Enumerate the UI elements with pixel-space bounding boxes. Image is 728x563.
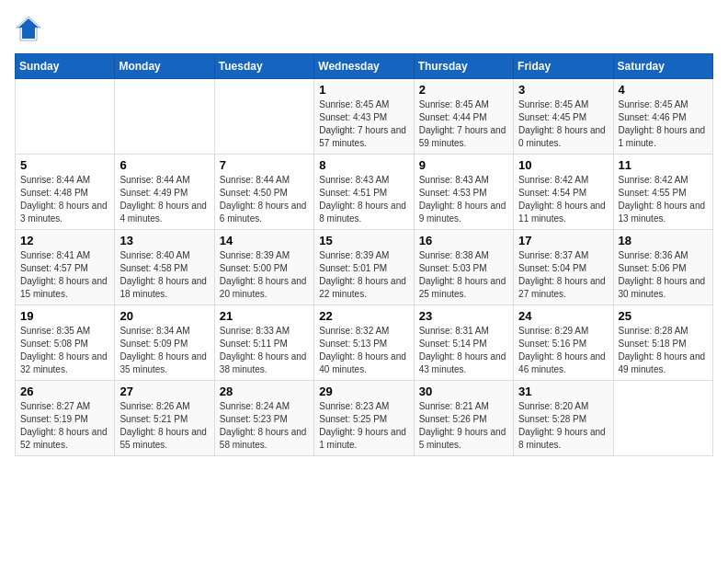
week-row-2: 5Sunrise: 8:44 AM Sunset: 4:48 PM Daylig… bbox=[16, 155, 713, 230]
week-row-1: 1Sunrise: 8:45 AM Sunset: 4:43 PM Daylig… bbox=[16, 79, 713, 155]
calendar-cell: 4Sunrise: 8:45 AM Sunset: 4:46 PM Daylig… bbox=[613, 79, 712, 155]
day-info: Sunrise: 8:40 AM Sunset: 4:58 PM Dayligh… bbox=[119, 249, 209, 301]
calendar-cell: 23Sunrise: 8:31 AM Sunset: 5:14 PM Dayli… bbox=[414, 305, 513, 381]
day-number: 4 bbox=[619, 83, 708, 97]
day-number: 25 bbox=[619, 309, 708, 323]
day-info: Sunrise: 8:39 AM Sunset: 5:00 PM Dayligh… bbox=[220, 249, 309, 301]
calendar-cell: 1Sunrise: 8:45 AM Sunset: 4:43 PM Daylig… bbox=[314, 79, 414, 155]
day-info: Sunrise: 8:21 AM Sunset: 5:26 PM Dayligh… bbox=[419, 400, 508, 452]
day-info: Sunrise: 8:27 AM Sunset: 5:19 PM Dayligh… bbox=[20, 400, 109, 452]
day-info: Sunrise: 8:45 AM Sunset: 4:46 PM Dayligh… bbox=[619, 98, 708, 150]
day-number: 7 bbox=[220, 158, 309, 172]
weekday-header-sunday: Sunday bbox=[16, 54, 115, 79]
day-number: 24 bbox=[518, 309, 608, 323]
day-info: Sunrise: 8:43 AM Sunset: 4:51 PM Dayligh… bbox=[319, 174, 408, 225]
day-number: 13 bbox=[119, 234, 209, 247]
calendar-table: SundayMondayTuesdayWednesdayThursdayFrid… bbox=[15, 53, 713, 456]
calendar-cell: 27Sunrise: 8:26 AM Sunset: 5:21 PM Dayli… bbox=[115, 381, 214, 456]
day-info: Sunrise: 8:35 AM Sunset: 5:08 PM Dayligh… bbox=[20, 325, 109, 376]
day-number: 3 bbox=[518, 83, 608, 97]
day-number: 20 bbox=[119, 309, 209, 323]
day-info: Sunrise: 8:28 AM Sunset: 5:18 PM Dayligh… bbox=[619, 325, 708, 376]
calendar-cell: 3Sunrise: 8:45 AM Sunset: 4:45 PM Daylig… bbox=[514, 79, 613, 155]
calendar-cell: 2Sunrise: 8:45 AM Sunset: 4:44 PM Daylig… bbox=[414, 79, 513, 155]
day-info: Sunrise: 8:44 AM Sunset: 4:49 PM Dayligh… bbox=[119, 174, 209, 225]
day-number: 15 bbox=[319, 234, 408, 247]
day-number: 18 bbox=[619, 234, 708, 247]
day-info: Sunrise: 8:34 AM Sunset: 5:09 PM Dayligh… bbox=[119, 325, 209, 376]
calendar-cell: 12Sunrise: 8:41 AM Sunset: 4:57 PM Dayli… bbox=[16, 230, 115, 305]
day-info: Sunrise: 8:42 AM Sunset: 4:54 PM Dayligh… bbox=[518, 174, 608, 225]
svg-marker-0 bbox=[18, 18, 39, 39]
calendar-cell: 7Sunrise: 8:44 AM Sunset: 4:50 PM Daylig… bbox=[214, 155, 313, 230]
weekday-header-row: SundayMondayTuesdayWednesdayThursdayFrid… bbox=[16, 54, 713, 79]
day-number: 6 bbox=[119, 158, 209, 172]
day-info: Sunrise: 8:24 AM Sunset: 5:23 PM Dayligh… bbox=[220, 400, 309, 452]
weekday-header-thursday: Thursday bbox=[414, 54, 513, 79]
day-number: 28 bbox=[220, 385, 309, 398]
day-number: 1 bbox=[319, 83, 408, 97]
day-info: Sunrise: 8:44 AM Sunset: 4:50 PM Dayligh… bbox=[220, 174, 309, 225]
logo bbox=[15, 15, 46, 42]
day-info: Sunrise: 8:29 AM Sunset: 5:16 PM Dayligh… bbox=[518, 325, 608, 376]
weekday-header-tuesday: Tuesday bbox=[214, 54, 313, 79]
day-info: Sunrise: 8:38 AM Sunset: 5:03 PM Dayligh… bbox=[419, 249, 508, 301]
day-info: Sunrise: 8:36 AM Sunset: 5:06 PM Dayligh… bbox=[619, 249, 708, 301]
weekday-header-friday: Friday bbox=[514, 54, 613, 79]
day-info: Sunrise: 8:39 AM Sunset: 5:01 PM Dayligh… bbox=[319, 249, 408, 301]
day-number: 31 bbox=[518, 385, 608, 398]
calendar-cell: 14Sunrise: 8:39 AM Sunset: 5:00 PM Dayli… bbox=[214, 230, 313, 305]
week-row-3: 12Sunrise: 8:41 AM Sunset: 4:57 PM Dayli… bbox=[16, 230, 713, 305]
day-number: 8 bbox=[319, 158, 408, 172]
calendar-cell: 19Sunrise: 8:35 AM Sunset: 5:08 PM Dayli… bbox=[16, 305, 115, 381]
day-info: Sunrise: 8:45 AM Sunset: 4:44 PM Dayligh… bbox=[419, 98, 508, 150]
calendar-cell: 10Sunrise: 8:42 AM Sunset: 4:54 PM Dayli… bbox=[514, 155, 613, 230]
day-info: Sunrise: 8:45 AM Sunset: 4:45 PM Dayligh… bbox=[518, 98, 608, 150]
week-row-5: 26Sunrise: 8:27 AM Sunset: 5:19 PM Dayli… bbox=[16, 381, 713, 456]
day-number: 16 bbox=[419, 234, 508, 247]
day-info: Sunrise: 8:41 AM Sunset: 4:57 PM Dayligh… bbox=[20, 249, 109, 301]
calendar-cell: 17Sunrise: 8:37 AM Sunset: 5:04 PM Dayli… bbox=[514, 230, 613, 305]
logo-icon bbox=[15, 15, 42, 42]
day-number: 12 bbox=[20, 234, 109, 247]
day-info: Sunrise: 8:37 AM Sunset: 5:04 PM Dayligh… bbox=[518, 249, 608, 301]
day-number: 19 bbox=[20, 309, 109, 323]
day-info: Sunrise: 8:20 AM Sunset: 5:28 PM Dayligh… bbox=[518, 400, 608, 452]
day-number: 30 bbox=[419, 385, 508, 398]
day-info: Sunrise: 8:45 AM Sunset: 4:43 PM Dayligh… bbox=[319, 98, 408, 150]
day-number: 11 bbox=[619, 158, 708, 172]
calendar-cell: 22Sunrise: 8:32 AM Sunset: 5:13 PM Dayli… bbox=[314, 305, 414, 381]
day-number: 2 bbox=[419, 83, 508, 97]
day-info: Sunrise: 8:33 AM Sunset: 5:11 PM Dayligh… bbox=[220, 325, 309, 376]
calendar-cell bbox=[214, 79, 313, 155]
calendar-cell: 8Sunrise: 8:43 AM Sunset: 4:51 PM Daylig… bbox=[314, 155, 414, 230]
calendar-cell: 16Sunrise: 8:38 AM Sunset: 5:03 PM Dayli… bbox=[414, 230, 513, 305]
header bbox=[15, 15, 713, 42]
day-info: Sunrise: 8:31 AM Sunset: 5:14 PM Dayligh… bbox=[419, 325, 508, 376]
calendar-cell: 5Sunrise: 8:44 AM Sunset: 4:48 PM Daylig… bbox=[16, 155, 115, 230]
weekday-header-wednesday: Wednesday bbox=[314, 54, 414, 79]
calendar-cell bbox=[16, 79, 115, 155]
day-number: 27 bbox=[119, 385, 209, 398]
calendar-cell bbox=[115, 79, 214, 155]
calendar-cell: 29Sunrise: 8:23 AM Sunset: 5:25 PM Dayli… bbox=[314, 381, 414, 456]
calendar-cell: 15Sunrise: 8:39 AM Sunset: 5:01 PM Dayli… bbox=[314, 230, 414, 305]
weekday-header-monday: Monday bbox=[115, 54, 214, 79]
day-number: 17 bbox=[518, 234, 608, 247]
calendar-cell: 9Sunrise: 8:43 AM Sunset: 4:53 PM Daylig… bbox=[414, 155, 513, 230]
weekday-header-saturday: Saturday bbox=[613, 54, 712, 79]
calendar-cell: 18Sunrise: 8:36 AM Sunset: 5:06 PM Dayli… bbox=[613, 230, 712, 305]
day-info: Sunrise: 8:23 AM Sunset: 5:25 PM Dayligh… bbox=[319, 400, 408, 452]
day-number: 14 bbox=[220, 234, 309, 247]
week-row-4: 19Sunrise: 8:35 AM Sunset: 5:08 PM Dayli… bbox=[16, 305, 713, 381]
day-number: 29 bbox=[319, 385, 408, 398]
calendar-cell: 25Sunrise: 8:28 AM Sunset: 5:18 PM Dayli… bbox=[613, 305, 712, 381]
day-number: 26 bbox=[20, 385, 109, 398]
calendar-cell: 6Sunrise: 8:44 AM Sunset: 4:49 PM Daylig… bbox=[115, 155, 214, 230]
day-number: 22 bbox=[319, 309, 408, 323]
day-number: 9 bbox=[419, 158, 508, 172]
calendar-cell bbox=[613, 381, 712, 456]
calendar-cell: 24Sunrise: 8:29 AM Sunset: 5:16 PM Dayli… bbox=[514, 305, 613, 381]
calendar-cell: 28Sunrise: 8:24 AM Sunset: 5:23 PM Dayli… bbox=[214, 381, 313, 456]
day-number: 23 bbox=[419, 309, 508, 323]
